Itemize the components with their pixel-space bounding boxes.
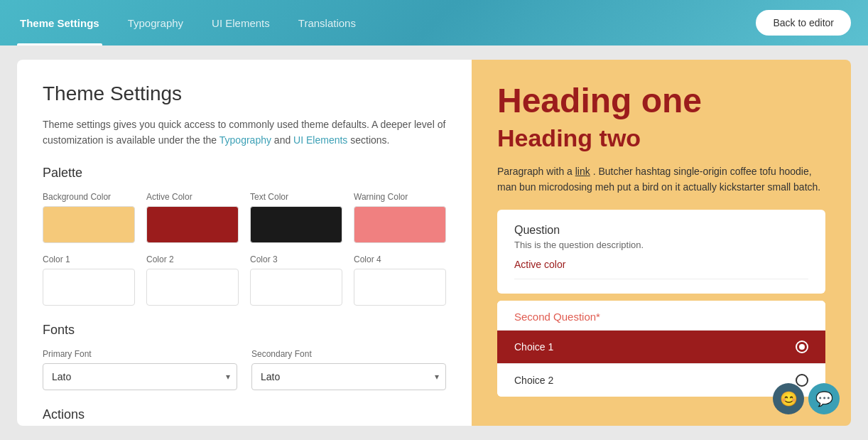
tab-theme-settings[interactable]: Theme Settings: [17, 0, 102, 45]
actions-title: Actions: [43, 407, 446, 422]
choice-1-item[interactable]: Choice 1: [497, 330, 825, 363]
tab-ui-elements[interactable]: UI Elements: [209, 0, 273, 45]
secondary-font-item: Secondary Font Lato Arial Roboto Open Sa…: [251, 349, 446, 390]
color-2-label: Color 2: [146, 254, 239, 264]
primary-font-select-wrapper: Lato Arial Roboto Open Sans Georgia ▾: [43, 363, 237, 390]
primary-font-label: Primary Font: [43, 349, 237, 359]
font-grid: Primary Font Lato Arial Roboto Open Sans…: [43, 349, 446, 390]
color-background-swatch[interactable]: [43, 206, 135, 243]
chat-widget: 😊 💬: [773, 383, 840, 414]
choice-2-label: Choice 2: [514, 375, 553, 386]
primary-font-item: Primary Font Lato Arial Roboto Open Sans…: [43, 349, 237, 390]
color-background: Background Color: [43, 192, 135, 243]
secondary-font-select-wrapper: Lato Arial Roboto Open Sans Georgia ▾: [251, 363, 446, 390]
chat-icon-1[interactable]: 😊: [773, 383, 804, 414]
typography-link[interactable]: Typography: [219, 134, 271, 146]
tab-translations[interactable]: Translations: [295, 0, 359, 45]
second-question-title: Second Question: [514, 311, 596, 323]
ui-elements-link[interactable]: UI Elements: [293, 134, 347, 146]
color-3: Color 3: [250, 254, 342, 306]
secondary-font-select[interactable]: Lato Arial Roboto Open Sans Georgia: [251, 363, 446, 390]
required-asterisk: *: [596, 311, 600, 323]
color-grid: Background Color Active Color Text Color…: [43, 192, 446, 306]
description: Theme settings gives you quick access to…: [43, 117, 446, 149]
secondary-font-label: Secondary Font: [251, 349, 446, 359]
color-3-swatch[interactable]: [250, 269, 342, 306]
tab-typography[interactable]: Typography: [125, 0, 186, 45]
color-1: Color 1: [43, 254, 135, 306]
second-question-header: Second Question*: [497, 301, 825, 330]
fonts-title: Fonts: [43, 323, 446, 338]
preview-heading-2: Heading two: [497, 124, 825, 152]
color-warning: Warning Color: [354, 192, 446, 243]
color-3-label: Color 3: [250, 254, 342, 264]
primary-font-select[interactable]: Lato Arial Roboto Open Sans Georgia: [43, 363, 237, 390]
color-4-label: Color 4: [354, 254, 446, 264]
active-color-label: Active color: [514, 259, 808, 279]
color-active-label: Active Color: [146, 192, 239, 202]
actions-section: Actions Import theme I'm feeling lucky! …: [43, 407, 446, 426]
main-content: Theme Settings Theme settings gives you …: [0, 45, 868, 440]
left-panel: Theme Settings Theme settings gives you …: [17, 60, 472, 426]
back-to-editor-button[interactable]: Back to editor: [756, 10, 851, 36]
color-active: Active Color: [146, 192, 239, 243]
color-text: Text Color: [250, 192, 342, 243]
preview-paragraph: Paragraph with a link . Butcher hashtag …: [497, 163, 825, 195]
color-warning-swatch[interactable]: [354, 206, 446, 243]
preview-heading-1: Heading one: [497, 82, 825, 120]
fonts-section: Fonts Primary Font Lato Arial Roboto Ope…: [43, 323, 446, 390]
palette-title: Palette: [43, 166, 446, 181]
palette-section: Palette Background Color Active Color Te…: [43, 166, 446, 306]
color-4: Color 4: [354, 254, 446, 306]
color-warning-label: Warning Color: [354, 192, 446, 202]
nav-tabs: Theme Settings Typography UI Elements Tr…: [17, 0, 359, 45]
color-text-label: Text Color: [250, 192, 342, 202]
color-background-label: Background Color: [43, 192, 135, 202]
right-panel: Heading one Heading two Paragraph with a…: [472, 60, 851, 426]
nav-bar: Theme Settings Typography UI Elements Tr…: [0, 0, 868, 45]
chat-icon-2[interactable]: 💬: [808, 383, 840, 414]
color-4-swatch[interactable]: [354, 269, 446, 306]
choice-1-radio-icon: [796, 340, 808, 353]
page-title: Theme Settings: [43, 82, 446, 105]
second-question-card: Second Question* Choice 1 Choice 2: [497, 301, 825, 397]
question-title: Question: [514, 224, 808, 237]
paragraph-link[interactable]: link: [575, 166, 590, 177]
question-card-1: Question This is the question descriptio…: [497, 210, 825, 294]
color-1-label: Color 1: [43, 254, 135, 264]
color-1-swatch[interactable]: [43, 269, 135, 306]
color-text-swatch[interactable]: [250, 206, 342, 243]
color-2: Color 2: [146, 254, 239, 306]
question-description: This is the question description.: [514, 240, 808, 250]
paragraph-before-link: Paragraph with a: [497, 166, 573, 177]
color-2-swatch[interactable]: [146, 269, 239, 306]
choice-1-label: Choice 1: [514, 341, 553, 353]
color-active-swatch[interactable]: [146, 206, 239, 243]
